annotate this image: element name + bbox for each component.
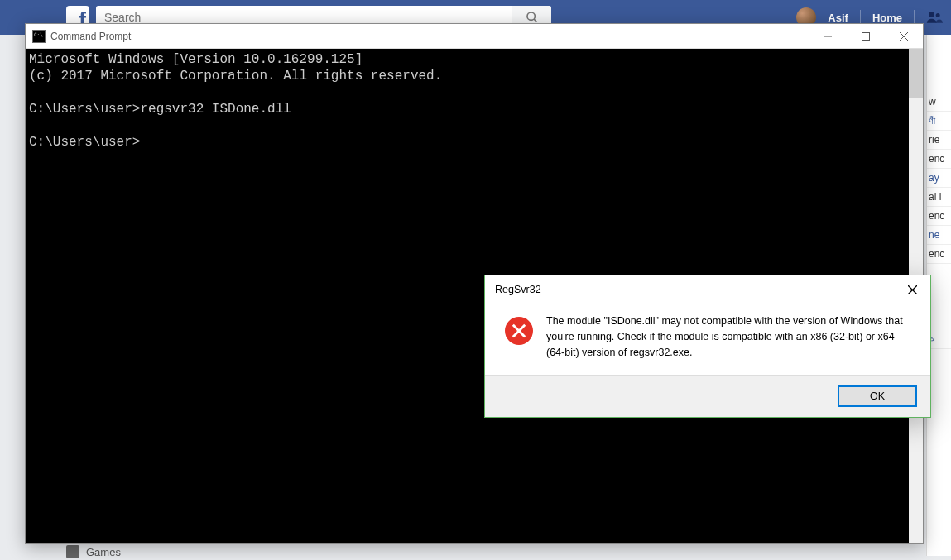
dialog-titlebar[interactable]: RegSvr32 (485, 275, 930, 304)
search-input[interactable] (96, 11, 512, 24)
cmd-icon (32, 30, 46, 43)
svg-point-0 (527, 12, 535, 20)
sidebar-fragment: enc (927, 207, 951, 226)
sidebar-fragment: al i (927, 188, 951, 207)
games-item[interactable]: Games (66, 545, 121, 558)
sidebar-fragment: enc (927, 245, 951, 264)
sidebar-fragment: enc (927, 150, 951, 169)
search-icon (526, 11, 539, 24)
sidebar-fragment: ay (927, 169, 951, 188)
games-icon (66, 545, 79, 558)
friends-icon[interactable] (926, 9, 943, 26)
sidebar-fragment: w (927, 93, 951, 112)
titlebar[interactable]: Command Prompt (26, 24, 923, 49)
dialog-title: RegSvr32 (495, 284, 541, 295)
close-icon (900, 32, 908, 41)
dialog-body: The module "ISDone.dll" may not compatib… (485, 304, 930, 375)
sidebar-fragment: ne (927, 226, 951, 245)
minimize-button[interactable] (809, 24, 847, 49)
sidebar-fragment: rie (927, 131, 951, 150)
dialog-close-button[interactable] (894, 275, 930, 304)
svg-rect-5 (862, 32, 870, 40)
games-label: Games (86, 546, 121, 558)
regsvr32-dialog: RegSvr32 The module "ISDone.dll" may not… (484, 275, 931, 418)
error-icon (505, 317, 533, 345)
scrollbar-thumb[interactable] (909, 49, 923, 98)
window-title: Command Prompt (50, 31, 131, 42)
svg-point-3 (936, 13, 940, 17)
sidebar-fragment: ণী (927, 112, 951, 131)
dialog-message: The module "ISDone.dll" may not compatib… (546, 314, 917, 360)
dialog-footer: OK (485, 375, 930, 417)
username-label[interactable]: Asif (828, 12, 848, 24)
maximize-icon (862, 32, 870, 41)
svg-point-2 (929, 12, 934, 17)
close-icon (908, 285, 917, 294)
maximize-button[interactable] (847, 24, 885, 49)
minimize-icon (824, 32, 832, 41)
ok-button[interactable]: OK (838, 385, 917, 407)
close-button[interactable] (885, 24, 923, 49)
svg-line-1 (534, 19, 536, 22)
home-link[interactable]: Home (872, 12, 902, 24)
